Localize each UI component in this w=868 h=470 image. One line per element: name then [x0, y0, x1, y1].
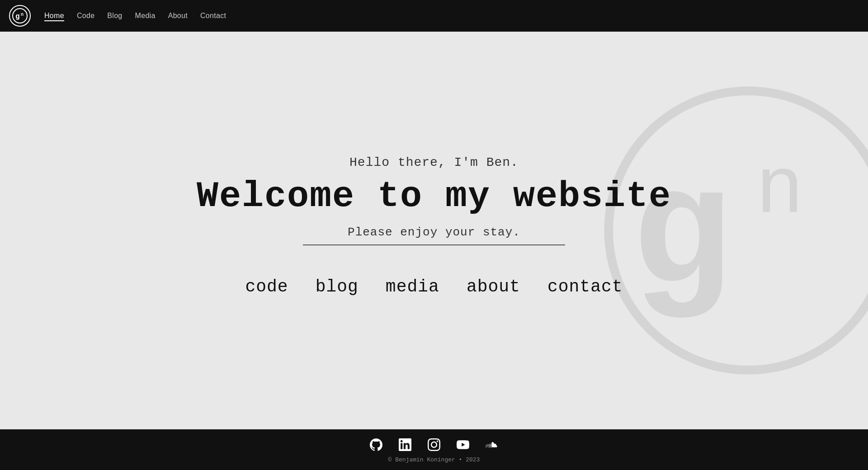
soundcloud-link[interactable] [484, 437, 500, 453]
nav-item-about[interactable]: About [168, 12, 188, 20]
nav-item-code[interactable]: Code [77, 12, 94, 20]
nav-item-media[interactable]: Media [135, 12, 156, 20]
svg-text:g: g [15, 13, 20, 21]
github-icon [370, 438, 382, 451]
quick-link-contact[interactable]: contact [547, 277, 623, 296]
soundcloud-icon [486, 438, 498, 451]
svg-text:n: n [21, 12, 24, 17]
svg-point-0 [13, 9, 27, 23]
nav-item-home[interactable]: Home [44, 12, 64, 20]
nav-item-blog[interactable]: Blog [107, 12, 122, 20]
youtube-link[interactable] [455, 437, 471, 453]
quick-nav: code blog media about contact [245, 277, 623, 296]
svg-text:n: n [755, 145, 804, 236]
quick-link-blog[interactable]: blog [316, 277, 359, 296]
linkedin-link[interactable] [397, 437, 413, 453]
main-content: g n Hello there, I'm Ben. Welcome to my … [0, 32, 868, 429]
github-link[interactable] [368, 437, 384, 453]
instagram-link[interactable] [426, 437, 442, 453]
navbar: g n Home Code Blog Media About Contact [0, 0, 868, 32]
instagram-icon [428, 438, 440, 451]
footer-copyright: © Benjamin Koninger • 2023 [388, 456, 480, 463]
hero-section: Hello there, I'm Ben. Welcome to my webs… [197, 155, 671, 245]
hero-title: Welcome to my website [197, 177, 671, 216]
quick-link-about[interactable]: about [467, 277, 520, 296]
linkedin-icon [399, 438, 411, 451]
youtube-icon [457, 438, 469, 451]
nav-menu: Home Code Blog Media About Contact [44, 12, 226, 20]
site-logo[interactable]: g n [9, 5, 31, 27]
hero-subtitle: Please enjoy your stay. [303, 226, 565, 245]
hero-greeting: Hello there, I'm Ben. [197, 155, 671, 169]
nav-item-contact[interactable]: Contact [200, 12, 226, 20]
quick-link-media[interactable]: media [386, 277, 439, 296]
social-links [368, 437, 500, 453]
footer: © Benjamin Koninger • 2023 [0, 429, 868, 470]
quick-link-code[interactable]: code [245, 277, 288, 296]
